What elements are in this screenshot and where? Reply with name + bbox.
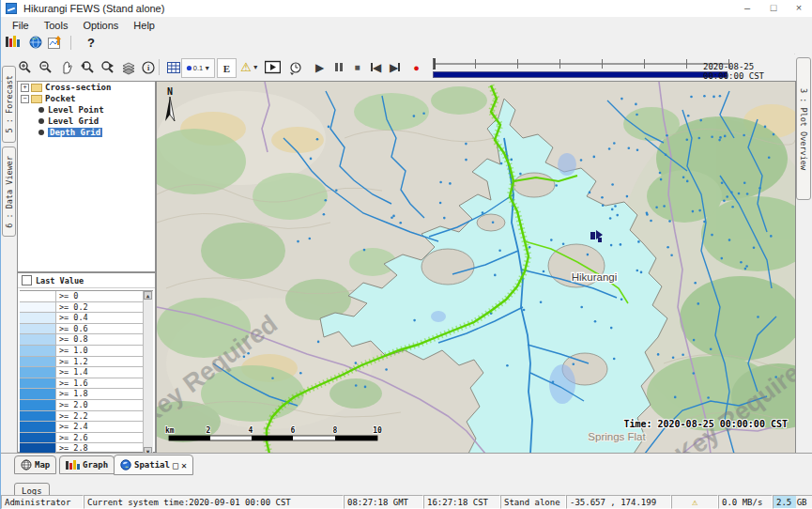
- legend-row[interactable]: >= 0.2: [20, 302, 144, 314]
- tree-item-level-point[interactable]: Level Point: [18, 104, 155, 116]
- tab-plot-overview[interactable]: 3 : Plot Overview: [796, 57, 811, 200]
- sidebar-tab-data-viewer[interactable]: 6 : Data Viewer: [2, 147, 16, 237]
- legend-label: >= 1.4: [56, 367, 88, 378]
- scale-tick: 8: [333, 426, 338, 435]
- tree-item-depth-grid[interactable]: Depth Grid: [18, 127, 155, 138]
- layer-tree-panel: + Cross-section − Pocket Level Point Lev…: [17, 81, 156, 272]
- panel-close-icon[interactable]: ✕: [181, 460, 187, 470]
- warning-icon: ⚠: [692, 497, 697, 507]
- timeline-slider[interactable]: [433, 59, 728, 69]
- map-toolbar: i 0.1 ▼ E ⚠ ▼ ▶ ■ ◀ ▶ ● 2020-08-25 00:00…: [1, 54, 794, 82]
- scale-tick: 2: [207, 426, 211, 435]
- tab-spatial[interactable]: Spatial □ ✕: [114, 455, 193, 475]
- profile-icon[interactable]: E: [217, 58, 237, 78]
- legend-row[interactable]: >= 2.0: [20, 400, 144, 411]
- scroll-up-icon[interactable]: ▲: [144, 291, 152, 300]
- legend-color-swatch: [20, 291, 56, 301]
- legend-row[interactable]: >= 2.4: [20, 422, 144, 433]
- animation-timer-icon[interactable]: [286, 58, 304, 76]
- legend-color-swatch: [20, 400, 56, 410]
- legend-row[interactable]: >= 1.6: [20, 378, 144, 390]
- window-title: Hikurangi FEWS (Stand alone): [23, 3, 164, 14]
- tab-map[interactable]: Map: [14, 455, 56, 474]
- timeseries-chart-icon[interactable]: [48, 36, 63, 51]
- menu-help[interactable]: Help: [127, 19, 161, 32]
- tab-map-label: Map: [35, 460, 50, 470]
- legend-title: Last Value: [36, 276, 84, 285]
- globe-icon[interactable]: [29, 36, 42, 51]
- tab-graph[interactable]: Graph: [59, 455, 115, 474]
- legend-row[interactable]: >= 2.6: [20, 433, 144, 444]
- status-coordinates: -35.657 , 174.199: [566, 495, 671, 509]
- legend-row[interactable]: >= 2.2: [20, 411, 144, 423]
- last-value-checkbox[interactable]: [22, 275, 32, 285]
- zoom-next-icon[interactable]: [99, 58, 116, 76]
- app-icon: [6, 3, 17, 14]
- maximize-button[interactable]: □: [765, 1, 782, 15]
- legend-label: >= 1.6: [56, 378, 88, 389]
- record-button[interactable]: ●: [407, 58, 425, 76]
- panel-maximize-icon[interactable]: □: [173, 460, 178, 470]
- legend-label: >= 2.6: [56, 433, 88, 443]
- expand-icon[interactable]: +: [21, 84, 29, 92]
- legend-row[interactable]: >= 1.8: [20, 389, 144, 400]
- pause-button[interactable]: [329, 58, 347, 76]
- legend-row[interactable]: >= 0.4: [20, 313, 144, 324]
- info-icon[interactable]: i: [139, 58, 157, 76]
- movie-player-icon[interactable]: [264, 58, 282, 76]
- menu-bar: File Tools Options Help: [1, 17, 812, 33]
- zoom-previous-icon[interactable]: [78, 58, 96, 76]
- minimize-button[interactable]: –: [739, 1, 756, 15]
- legend-color-swatch: [20, 389, 56, 399]
- legend-row[interactable]: >= 0: [20, 291, 144, 302]
- first-step-button[interactable]: ◀: [367, 58, 385, 76]
- legend-color-swatch: [20, 346, 56, 356]
- tab-plot-overview-label: 3 : Plot Overview: [799, 88, 808, 170]
- legend-row[interactable]: >= 0.6: [20, 324, 144, 335]
- bottom-tab-bar: Map Graph Spatial □ ✕: [1, 453, 812, 478]
- menu-file[interactable]: File: [6, 19, 36, 32]
- warning-threshold-dropdown[interactable]: ⚠ ▼: [237, 58, 262, 76]
- tree-label: Level Point: [48, 105, 104, 115]
- application-window: Hikurangi FEWS (Stand alone) – □ × File …: [0, 0, 812, 509]
- legend-color-swatch: [20, 433, 56, 443]
- legend-row[interactable]: >= 0.8: [20, 334, 144, 346]
- pan-hand-icon[interactable]: [57, 58, 75, 76]
- status-memory-gauge: 2.5 GB: [773, 495, 812, 509]
- zoom-out-icon[interactable]: [37, 58, 54, 76]
- node-bullet-icon: [38, 118, 44, 124]
- legend-label: >= 2.4: [56, 422, 88, 432]
- sidebar-tab-forecast[interactable]: 5 : Forecast: [2, 66, 16, 143]
- database-icon[interactable]: [6, 36, 20, 51]
- tree-item-level-grid[interactable]: Level Grid: [18, 116, 155, 127]
- stop-button[interactable]: ■: [348, 58, 366, 76]
- tree-item-pocket[interactable]: − Pocket: [18, 93, 155, 104]
- legend-scrollbar[interactable]: ▲ ▼: [143, 291, 153, 455]
- tab-spatial-label: Spatial: [134, 460, 170, 470]
- legend-row[interactable]: >= 1.0: [20, 346, 144, 357]
- status-bar: Administrator Current system time:2020-0…: [1, 495, 812, 509]
- legend-row[interactable]: >= 1.4: [20, 367, 144, 378]
- grid-layer-icon[interactable]: [164, 58, 182, 76]
- legend-row[interactable]: >= 1.2: [20, 357, 144, 368]
- close-button[interactable]: ×: [790, 1, 807, 15]
- layers-icon[interactable]: [119, 58, 137, 76]
- tree-item-cross-section[interactable]: + Cross-section: [18, 82, 155, 93]
- last-step-button[interactable]: ▶: [386, 58, 404, 76]
- play-button[interactable]: ▶: [311, 58, 329, 76]
- help-icon[interactable]: ?: [87, 36, 95, 51]
- contour-interval-dropdown[interactable]: 0.1 ▼: [181, 58, 215, 78]
- legend-color-swatch: [20, 324, 56, 334]
- zoom-in-icon[interactable]: [16, 58, 34, 76]
- menu-tools[interactable]: Tools: [38, 19, 75, 32]
- legend-color-swatch: [20, 378, 56, 389]
- legend-label: >= 0.4: [56, 313, 88, 323]
- status-warning-cell[interactable]: ⚠: [671, 495, 718, 509]
- collapse-icon[interactable]: −: [21, 95, 29, 103]
- folder-icon: [31, 84, 42, 92]
- timeline-rail: [433, 63, 728, 65]
- timeline-tick: [433, 59, 434, 69]
- menu-options[interactable]: Options: [76, 19, 125, 32]
- legend-label: >= 0.6: [56, 324, 88, 334]
- map-view[interactable]: API Key Required API Key Required Hikura…: [156, 81, 796, 455]
